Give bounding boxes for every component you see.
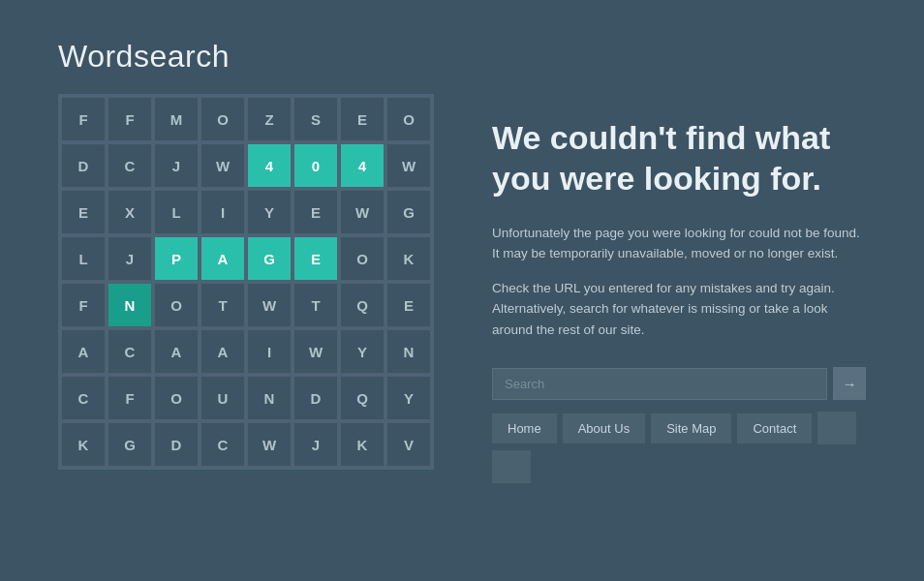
grid-cell: F (108, 376, 152, 420)
nav-placeholder-0[interactable] (817, 412, 856, 444)
page-wrapper: Wordsearch FFMOZSEODCJW404WEXLIYEWGLJPAG… (0, 0, 924, 581)
grid-cell: Y (340, 329, 385, 374)
grid-cell: J (293, 422, 338, 467)
wordsearch-grid: FFMOZSEODCJW404WEXLIYEWGLJPAGEOKFNOTWTQE… (58, 94, 434, 470)
grid-cell: G (247, 236, 292, 281)
grid-cell: O (386, 97, 431, 141)
grid-cell: I (200, 190, 245, 234)
grid-cell: C (61, 376, 106, 420)
error-desc-2: Check the URL you entered for any mistak… (492, 278, 866, 341)
grid-cell: I (247, 329, 292, 374)
grid-cell: A (154, 329, 199, 374)
grid-cell: C (108, 329, 152, 374)
grid-cell: Q (340, 283, 385, 327)
grid-cell: T (200, 283, 245, 327)
grid-cell: K (340, 422, 385, 467)
grid-cell: T (293, 283, 338, 327)
grid-cell: K (386, 236, 431, 281)
grid-cell: F (108, 97, 152, 141)
grid-cell: G (386, 190, 431, 234)
nav-button-home[interactable]: Home (492, 413, 557, 443)
grid-cell: S (293, 97, 338, 141)
grid-cell: F (61, 97, 106, 141)
nav-row: HomeAbout UsSite MapContact (492, 412, 866, 483)
search-input[interactable] (492, 368, 827, 400)
grid-cell: W (293, 329, 338, 374)
left-panel: Wordsearch FFMOZSEODCJW404WEXLIYEWGLJPAG… (58, 39, 434, 542)
grid-cell: O (154, 376, 199, 420)
grid-cell: V (386, 422, 431, 467)
nav-button-about-us[interactable]: About Us (563, 413, 645, 443)
grid-cell: G (108, 422, 152, 467)
grid-cell: E (340, 97, 385, 141)
grid-cell: 4 (340, 143, 385, 188)
grid-cell: L (61, 236, 106, 281)
error-desc-1: Unfortunately the page you were looking … (492, 223, 866, 264)
grid-cell: E (293, 236, 338, 281)
grid-cell: A (200, 329, 245, 374)
page-title: Wordsearch (58, 39, 434, 75)
grid-cell: F (61, 283, 106, 327)
grid-cell: W (340, 190, 385, 234)
right-panel: We couldn't find what you were looking f… (492, 39, 866, 542)
grid-cell: U (200, 376, 245, 420)
nav-button-contact[interactable]: Contact (737, 413, 812, 443)
grid-cell: 0 (293, 143, 338, 188)
nav-button-site-map[interactable]: Site Map (651, 413, 731, 443)
grid-cell: O (200, 97, 245, 141)
grid-cell: N (386, 329, 431, 374)
grid-cell: L (154, 190, 199, 234)
grid-cell: E (293, 190, 338, 234)
grid-cell: J (154, 143, 199, 188)
grid-cell: N (108, 283, 152, 327)
grid-cell: E (386, 283, 431, 327)
error-heading: We couldn't find what you were looking f… (492, 117, 866, 199)
grid-cell: A (200, 236, 245, 281)
grid-cell: K (61, 422, 106, 467)
grid-cell: A (61, 329, 106, 374)
grid-cell: E (61, 190, 106, 234)
grid-cell: Z (247, 97, 292, 141)
grid-cell: W (386, 143, 431, 188)
nav-placeholder-1[interactable] (492, 450, 531, 483)
grid-cell: W (247, 422, 292, 467)
grid-cell: Q (340, 376, 385, 420)
search-row: → (492, 367, 866, 400)
grid-cell: Y (247, 190, 292, 234)
grid-cell: P (154, 236, 199, 281)
grid-cell: N (247, 376, 292, 420)
grid-cell: D (154, 422, 199, 467)
grid-cell: D (61, 143, 106, 188)
search-button[interactable]: → (833, 367, 866, 400)
grid-cell: C (200, 422, 245, 467)
grid-cell: W (247, 283, 292, 327)
grid-cell: J (108, 236, 152, 281)
grid-cell: O (340, 236, 385, 281)
grid-cell: O (154, 283, 199, 327)
grid-cell: W (200, 143, 245, 188)
grid-cell: 4 (247, 143, 292, 188)
grid-cell: Y (386, 376, 431, 420)
grid-cell: X (108, 190, 152, 234)
grid-cell: C (108, 143, 152, 188)
grid-cell: M (154, 97, 199, 141)
grid-cell: D (293, 376, 338, 420)
